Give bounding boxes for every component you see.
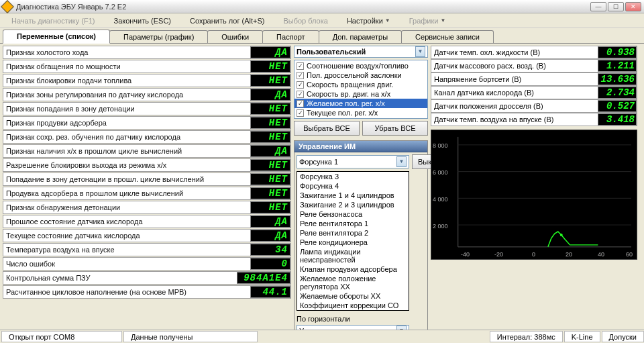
parameter-checklist[interactable]: ✓Соотношение воздух/топливо✓Пол. дроссел… [294, 60, 428, 119]
tab-variables[interactable]: Переменные (список) [3, 30, 110, 44]
variable-value-lcd: НЕТ [250, 117, 290, 129]
variable-label: Признак зоны регулирования по датчику ки… [3, 91, 250, 99]
checklist-label: Текущее пол. рег. х/х [307, 109, 378, 117]
variable-label: Признак холостого хода [3, 48, 250, 56]
variable-value-lcd: НЕТ [250, 187, 290, 199]
sensor-row[interactable]: Канал датчика кислорода (В)2.734 [431, 86, 637, 99]
variable-row[interactable]: Признак зоны регулирования по датчику ки… [3, 88, 291, 101]
preset-select[interactable]: Пользовательский ▼ [294, 46, 428, 58]
variable-row[interactable]: Признак блокировки подачи топливаНЕТ [3, 74, 291, 87]
variable-row[interactable]: Число ошибок0 [3, 257, 291, 271]
graphs-menu: Графики▼ [402, 14, 453, 27]
variable-value-lcd: НЕТ [250, 131, 290, 143]
variable-label: Признак сохр. рез. обучения по датчику к… [3, 133, 250, 141]
tab-errors[interactable]: Ошибки [207, 30, 263, 43]
variable-row[interactable]: Признак попадания в зону детонацииНЕТ [3, 102, 291, 115]
tab-passport[interactable]: Паспорт [262, 30, 319, 43]
variable-row[interactable]: Признак холостого ходаДА [3, 46, 291, 59]
variable-row[interactable]: Разрешение блокировки выхода из режима х… [3, 158, 291, 172]
variable-value-lcd: НЕТ [250, 60, 290, 72]
variable-label: Признак обнаружения детонации [3, 203, 250, 211]
variables-column: Признак холостого ходаДАПризнак обгащени… [3, 46, 291, 328]
variable-row[interactable]: Попадание в зону детонации в прошл. цикл… [3, 173, 291, 186]
checklist-item[interactable]: ✓Скорость вр. двиг. на х/х [294, 89, 427, 99]
variable-value-lcd: ДА [250, 215, 290, 228]
variable-row[interactable]: Расчитанное цикловое наполнение (на осно… [3, 285, 291, 299]
actuator-option[interactable]: Желаемое положение регулятора ХХ [297, 274, 409, 291]
variable-row[interactable]: Текущее состояние датчика кислородаДА [3, 229, 291, 242]
maximize-button[interactable]: ☐ [608, 2, 624, 11]
variable-label: Число ошибок [3, 260, 250, 268]
variable-row[interactable]: Температура воздуха на впуске34 [3, 243, 291, 256]
checklist-item[interactable]: ✓Текущее пол. рег. х/х [294, 108, 427, 117]
sensor-row[interactable]: Напряжение бортсети (В)13.636 [431, 72, 637, 86]
checklist-item[interactable]: ✓Скорость вращения двиг. [294, 80, 427, 89]
variable-value-lcd: НЕТ [250, 201, 290, 213]
actuator-option[interactable]: Коэффициент коррекции СО [297, 301, 409, 310]
variable-row[interactable]: Признак сохр. рез. обучения по датчику к… [3, 130, 291, 144]
actuator-option[interactable]: Зажигание 1 и 4 цилиндров [297, 191, 409, 200]
variable-row[interactable]: Контрольная сумма ПЗУ984A1E4 [3, 271, 291, 285]
sensor-row[interactable]: Датчик темп. воздуха на впуске (В)3.418 [431, 113, 637, 126]
sensor-label: Напряжение бортсети (В) [431, 75, 598, 83]
actuator-option[interactable]: Форсунка 4 [297, 181, 409, 191]
variable-row[interactable]: Признак обгащения по мощностиНЕТ [3, 60, 291, 73]
variable-row[interactable]: Признак наличия х/х в прошлом цикле вычи… [3, 144, 291, 158]
sensor-row[interactable]: Датчик массового расх. возд. (В)1.211 [431, 59, 637, 72]
checklist-label: Пол. дроссельной заслонки [307, 71, 402, 79]
actuator-option[interactable]: Лампа индикации неисправностей [297, 247, 409, 264]
variable-label: Признак попадания в зону детонации [3, 105, 250, 113]
plot-area[interactable]: 8 000 6 000 4 000 2 000 -40 -20 0 20 40 … [431, 130, 637, 260]
checklist-label: Скорость вращения двиг. [307, 81, 393, 89]
checklist-item[interactable]: ✓Желаемое пол. рег. х/х [294, 99, 427, 108]
actuator-option[interactable]: Желаемые обороты ХХ [297, 291, 409, 301]
variable-label: Признак блокировки подачи топлива [3, 77, 250, 85]
sensor-row[interactable]: Датчик темп. охл. жидкости (В)0.938 [431, 46, 637, 59]
variable-row[interactable]: Продувка адсорбера в прошлом цикле вычис… [3, 187, 291, 200]
variable-row[interactable]: Признак продувки адсорбераНЕТ [3, 116, 291, 130]
actuator-option[interactable]: Зажигание 2 и 3 цилиндров [297, 200, 409, 209]
chevron-down-icon: ▼ [396, 156, 407, 167]
remove-all-button[interactable]: Убрать ВСЕ [362, 121, 428, 136]
sensors-column: Датчик темп. охл. жидкости (В)0.938Датчи… [431, 46, 637, 126]
variable-row[interactable]: Признак обнаружения детонацииНЕТ [3, 201, 291, 214]
actuator-option[interactable]: Реле бензонасоса [297, 209, 409, 219]
actuator-option[interactable]: Клапан продувки адсорбера [297, 264, 409, 274]
actuator-dropdown-list[interactable]: Форсунка 3Форсунка 4Зажигание 1 и 4 цили… [297, 171, 409, 311]
checklist-item[interactable]: ✓Пол. дроссельной заслонки [294, 70, 427, 80]
actuator-option[interactable]: Форсунка 3 [297, 172, 409, 181]
checkbox-icon: ✓ [297, 81, 304, 89]
actuator-select[interactable]: Форсунка 1 ▼ [297, 155, 409, 168]
settings-menu[interactable]: Настройки▼ [339, 14, 398, 27]
actuator-option[interactable]: Реле вентилятора 2 [297, 228, 409, 238]
minimize-button[interactable]: — [590, 2, 606, 11]
window-title: Диагностика ЭБУ Январь 7.2 Е2 [16, 3, 590, 11]
stop-diag-button[interactable]: Закончить (ESC) [106, 14, 178, 27]
sensor-value-lcd: 1.211 [598, 60, 637, 72]
close-button[interactable]: ✕ [625, 2, 641, 11]
variable-value-lcd: НЕТ [250, 159, 290, 171]
variable-label: Признак обгащения по мощности [3, 62, 250, 70]
tab-service[interactable]: Сервисные записи [401, 30, 494, 43]
chevron-down-icon: ▼ [385, 17, 390, 23]
sensor-label: Канал датчика кислорода (В) [431, 89, 598, 97]
variable-value-lcd: ДА [250, 145, 290, 157]
select-all-button[interactable]: Выбрать ВСЕ [294, 121, 360, 136]
actuator-option[interactable]: Реле вентилятора 1 [297, 219, 409, 228]
sensor-row[interactable]: Датчик положения дросселя (В)0.527 [431, 99, 637, 113]
actuator-option[interactable]: Реле кондиционера [297, 238, 409, 247]
variable-row[interactable]: Прошлое состояние датчика кислородаДА [3, 215, 291, 228]
sensor-label: Датчик темп. охл. жидкости (В) [431, 48, 598, 56]
tab-params-graph[interactable]: Параметры (график) [109, 30, 208, 43]
checklist-item[interactable]: ✓Соотношение воздух/топливо [294, 61, 427, 70]
save-log-button[interactable]: Сохранить лог (Alt+S) [182, 14, 272, 27]
status-interval: Интервал: 388мс [490, 331, 563, 342]
variable-value-lcd: 984A1E4 [237, 272, 290, 284]
chevron-down-icon: ▼ [440, 17, 445, 23]
variable-label: Признак продувки адсорбера [3, 119, 250, 127]
variable-value-lcd: НЕТ [250, 103, 290, 115]
status-tolerances[interactable]: Допуски [602, 331, 644, 342]
variable-value-lcd: НЕТ [250, 75, 290, 87]
variable-label: Контрольная сумма ПЗУ [3, 274, 237, 282]
tab-extra[interactable]: Доп. параметры [319, 30, 402, 43]
